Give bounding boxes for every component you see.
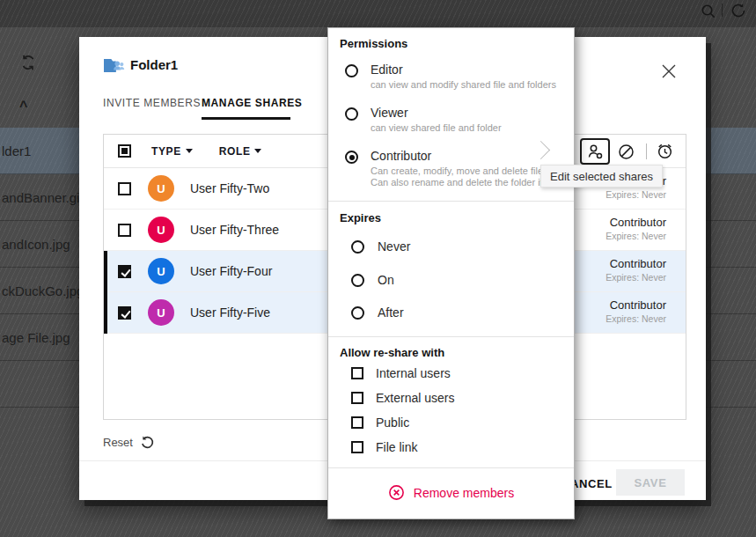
save-button[interactable]: SAVE: [616, 469, 685, 496]
chevron-down-icon: [254, 149, 261, 153]
chevron-down-icon: [186, 149, 193, 153]
close-icon[interactable]: [661, 63, 679, 81]
row-checkbox[interactable]: [118, 224, 131, 237]
alarm-clock-icon: [655, 141, 675, 161]
radio-editor-label[interactable]: Editor: [371, 63, 403, 77]
active-tab-underline: [202, 117, 290, 120]
search-icon: [700, 3, 716, 19]
avatar: U: [148, 217, 174, 243]
reset-button[interactable]: Reset: [103, 435, 155, 450]
remove-circle-icon: [388, 484, 405, 501]
expires-title: Expires: [340, 211, 381, 224]
avatar: U: [148, 299, 174, 326]
reshare-title: Allow re-share with: [340, 346, 444, 359]
toolbar-divider: [646, 143, 647, 159]
checkbox-file-link[interactable]: [351, 441, 363, 453]
radio-expires-never[interactable]: [351, 240, 364, 254]
row-checkbox[interactable]: [118, 182, 131, 195]
edit-share-popup: Permissions Editor can view and modify s…: [327, 27, 575, 519]
remove-members-button[interactable]: Remove members: [328, 484, 574, 501]
member-expiry: Expires: Never: [606, 313, 666, 324]
edit-shares-tooltip: Edit selected shares: [540, 165, 663, 188]
radio-contributor-desc2: Can also rename and delete the folder it…: [371, 177, 558, 188]
background-topbar: [0, 0, 756, 27]
radio-expires-on[interactable]: [351, 274, 364, 287]
block-shares-button[interactable]: [617, 143, 635, 161]
expire-shares-button[interactable]: [655, 141, 675, 161]
row-checkbox[interactable]: [118, 265, 131, 278]
radio-contributor-label[interactable]: Contributor: [371, 149, 431, 163]
select-all-checkbox[interactable]: [118, 144, 131, 158]
member-name: User Fifty-Two: [190, 181, 269, 195]
member-name: User Fifty-Four: [190, 264, 272, 278]
radio-editor-desc: can view and modify shared file and fold…: [371, 79, 556, 90]
permissions-title: Permissions: [340, 37, 407, 50]
popup-divider: [328, 467, 574, 468]
radio-contributor[interactable]: [345, 151, 358, 164]
checkbox-internal-users[interactable]: [351, 367, 363, 379]
remove-members-label: Remove members: [414, 486, 514, 500]
undo-icon: [140, 435, 155, 450]
checkbox-external-users[interactable]: [351, 392, 363, 404]
tab-manage-shares[interactable]: MANAGE SHARES: [202, 97, 302, 109]
edit-selected-shares-button[interactable]: [580, 138, 610, 165]
popup-divider: [328, 336, 574, 337]
member-name: User Fifty-Three: [190, 223, 279, 237]
block-icon: [617, 143, 635, 161]
checkbox-public[interactable]: [351, 416, 363, 429]
member-expiry: Expires: Never: [606, 272, 666, 283]
row-checkbox[interactable]: [118, 306, 131, 320]
member-expiry: Expires: Never: [606, 231, 666, 241]
radio-viewer-desc: can view shared file and folder: [371, 122, 502, 133]
checkbox-external-users-label[interactable]: External users: [376, 391, 454, 405]
checkbox-file-link-label[interactable]: File link: [376, 440, 417, 454]
screen: ^ lder1 andBanner.gif andIcon.jpg ckDuck…: [0, 0, 756, 537]
member-role: Contributor: [606, 298, 666, 312]
tab-invite-members[interactable]: INVITE MEMBERS: [103, 97, 201, 109]
person-edit-icon: [586, 143, 604, 160]
avatar: U: [148, 258, 174, 284]
checkbox-public-label[interactable]: Public: [376, 416, 409, 430]
reset-label: Reset: [103, 436, 133, 449]
column-type[interactable]: TYPE: [151, 145, 193, 158]
member-role: Contributor: [606, 216, 666, 229]
member-name: User Fifty-Five: [190, 305, 270, 320]
radio-expires-never-label[interactable]: Never: [378, 239, 410, 254]
radio-viewer[interactable]: [345, 107, 358, 121]
member-expiry: Expires: Never: [606, 189, 666, 200]
member-role: Contributor: [606, 257, 666, 270]
radio-expires-after-label[interactable]: After: [378, 305, 404, 320]
radio-editor[interactable]: [345, 64, 358, 77]
dialog-title: Folder1: [130, 57, 178, 72]
radio-expires-after[interactable]: [351, 306, 364, 320]
checkbox-internal-users-label[interactable]: Internal users: [376, 366, 451, 380]
avatar: U: [148, 175, 174, 202]
topbar-divider: [722, 4, 723, 17]
radio-viewer-label[interactable]: Viewer: [371, 106, 408, 120]
radio-expires-on-label[interactable]: On: [378, 273, 394, 287]
refresh-icon: [19, 54, 37, 71]
column-role[interactable]: ROLE: [219, 145, 262, 158]
popup-divider: [328, 201, 574, 202]
radio-contributor-desc: Can create, modify, move and delete file…: [371, 166, 548, 176]
recent-activity-icon: [730, 2, 747, 19]
sort-ascending-icon: ^: [19, 99, 27, 114]
shared-folder-icon: [104, 57, 125, 74]
